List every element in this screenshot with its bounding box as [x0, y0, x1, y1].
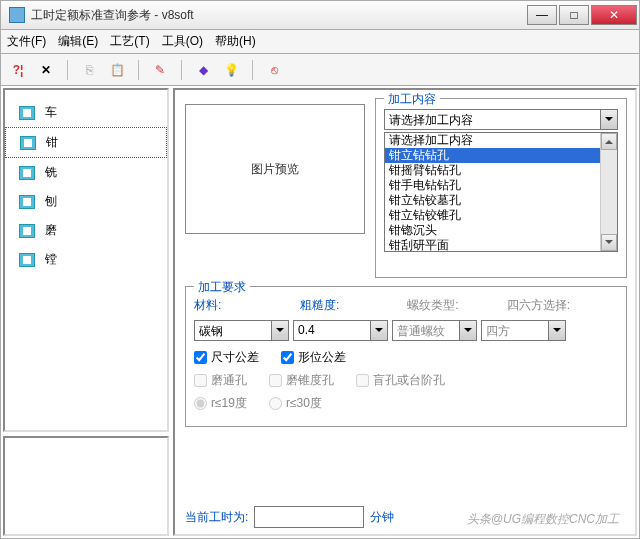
- blind-checkbox: 盲孔或台阶孔: [356, 372, 445, 389]
- titlebar: 工时定额标准查询参考 - v8soft — □ ✕: [0, 0, 640, 30]
- aux-panel: [3, 436, 169, 536]
- close-button[interactable]: ✕: [591, 5, 637, 25]
- combo-value: 0.4: [294, 321, 370, 340]
- checkbox-label: 磨通孔: [211, 372, 247, 389]
- req-legend: 加工要求: [194, 279, 250, 296]
- nav-label: 刨: [45, 193, 57, 210]
- book-icon: [19, 224, 35, 238]
- current-time-input[interactable]: [254, 506, 364, 528]
- chevron-down-icon[interactable]: [370, 321, 387, 340]
- nav-label: 车: [45, 104, 57, 121]
- process-legend: 加工内容: [384, 91, 440, 108]
- minute-label: 分钟: [370, 509, 394, 526]
- menu-help[interactable]: 帮助(H): [215, 33, 256, 50]
- nav-label: 镗: [45, 251, 57, 268]
- square-label: 四六方选择:: [507, 297, 570, 314]
- checkbox-label: 尺寸公差: [211, 349, 259, 366]
- rough-label: 粗糙度:: [300, 297, 339, 314]
- copy-icon[interactable]: ⎘: [80, 61, 98, 79]
- list-item[interactable]: 钳锪沉头: [385, 223, 600, 238]
- nav-grind[interactable]: 磨: [5, 216, 167, 245]
- material-label: 材料:: [194, 297, 232, 314]
- list-item[interactable]: 钳立钻铰锥孔: [385, 208, 600, 223]
- book-icon: [19, 195, 35, 209]
- scroll-track[interactable]: [601, 150, 617, 234]
- process-group: 加工内容 请选择加工内容 请选择加工内容 钳立钻钻孔 钳摇臂钻钻孔 钳手电钻钻孔…: [375, 98, 627, 278]
- nav-label: 铣: [45, 164, 57, 181]
- list-item[interactable]: 钳手电钻钻孔: [385, 178, 600, 193]
- maximize-button[interactable]: □: [559, 5, 589, 25]
- current-label: 当前工时为:: [185, 509, 248, 526]
- image-preview: 图片预览: [185, 104, 365, 234]
- menu-tools[interactable]: 工具(O): [162, 33, 203, 50]
- book-icon: [19, 253, 35, 267]
- nav-label: 钳: [46, 134, 58, 151]
- toolbar: ?¦ ✕ ⎘ 📋 ✎ ◆ 💡 ⎋: [0, 54, 640, 86]
- menubar: 文件(F) 编辑(E) 工艺(T) 工具(O) 帮助(H): [0, 30, 640, 54]
- scrollbar[interactable]: [600, 133, 617, 251]
- nav-bench[interactable]: 钳: [5, 127, 167, 158]
- chevron-down-icon: [548, 321, 565, 340]
- list-item[interactable]: 钳立钻铰墓孔: [385, 193, 600, 208]
- process-listbox[interactable]: 请选择加工内容 钳立钻钻孔 钳摇臂钻钻孔 钳手电钻钻孔 钳立钻铰墓孔 钳立钻铰锥…: [384, 132, 618, 252]
- book-icon[interactable]: ◆: [194, 61, 212, 79]
- thread-combo: 普通螺纹: [392, 320, 477, 341]
- chevron-down-icon: [459, 321, 476, 340]
- nav-planer[interactable]: 刨: [5, 187, 167, 216]
- checkbox-label: 形位公差: [298, 349, 346, 366]
- scroll-up-icon[interactable]: [601, 133, 617, 150]
- menu-craft[interactable]: 工艺(T): [110, 33, 149, 50]
- requirement-group: 加工要求 材料: 粗糙度: 螺纹类型: 四六方选择: 碳钢 0.4 普通螺纹 四…: [185, 286, 627, 427]
- square-combo: 四方: [481, 320, 566, 341]
- preview-label: 图片预览: [251, 161, 299, 178]
- help-icon[interactable]: ?¦: [9, 61, 27, 79]
- chevron-down-icon[interactable]: [600, 110, 617, 129]
- list-item[interactable]: 请选择加工内容: [385, 133, 600, 148]
- scroll-down-icon[interactable]: [601, 234, 617, 251]
- window-title: 工时定额标准查询参考 - v8soft: [31, 7, 527, 24]
- app-icon: [9, 7, 25, 23]
- book-icon: [19, 106, 35, 120]
- minimize-button[interactable]: —: [527, 5, 557, 25]
- combo-value: 请选择加工内容: [385, 110, 600, 129]
- menu-edit[interactable]: 编辑(E): [58, 33, 98, 50]
- r30-radio: r≤30度: [269, 395, 322, 412]
- checkbox-label: 磨锥度孔: [286, 372, 334, 389]
- radio-label: r≤30度: [286, 395, 322, 412]
- menu-file[interactable]: 文件(F): [7, 33, 46, 50]
- material-combo[interactable]: 碳钢: [194, 320, 289, 341]
- r19-radio: r≤19度: [194, 395, 247, 412]
- thread-label: 螺纹类型:: [407, 297, 458, 314]
- list-item[interactable]: 钳立钻钻孔: [385, 148, 600, 163]
- paste-icon[interactable]: 📋: [108, 61, 126, 79]
- shape-tol-checkbox[interactable]: 形位公差: [281, 349, 346, 366]
- bulb-icon[interactable]: 💡: [222, 61, 240, 79]
- checkbox-label: 盲孔或台阶孔: [373, 372, 445, 389]
- chevron-down-icon[interactable]: [271, 321, 288, 340]
- process-combo[interactable]: 请选择加工内容: [384, 109, 618, 130]
- nav-lathe[interactable]: 车: [5, 98, 167, 127]
- cone-checkbox: 磨锥度孔: [269, 372, 334, 389]
- through-checkbox: 磨通孔: [194, 372, 247, 389]
- nav-label: 磨: [45, 222, 57, 239]
- wand-icon[interactable]: ✎: [151, 61, 169, 79]
- book-icon: [20, 136, 36, 150]
- combo-value: 四方: [482, 321, 548, 340]
- list-item[interactable]: 钳刮研平面: [385, 238, 600, 251]
- nav-list: 车 钳 铣 刨 磨 镗: [3, 88, 169, 432]
- nav-mill[interactable]: 铣: [5, 158, 167, 187]
- nav-bore[interactable]: 镗: [5, 245, 167, 274]
- delete-icon[interactable]: ✕: [37, 61, 55, 79]
- rough-combo[interactable]: 0.4: [293, 320, 388, 341]
- book-icon: [19, 166, 35, 180]
- list-item[interactable]: 钳摇臂钻钻孔: [385, 163, 600, 178]
- combo-value: 碳钢: [195, 321, 271, 340]
- radio-label: r≤19度: [211, 395, 247, 412]
- combo-value: 普通螺纹: [393, 321, 459, 340]
- size-tol-checkbox[interactable]: 尺寸公差: [194, 349, 259, 366]
- watermark: 头条@UG编程数控CNC加工: [467, 511, 619, 528]
- exit-icon[interactable]: ⎋: [265, 61, 283, 79]
